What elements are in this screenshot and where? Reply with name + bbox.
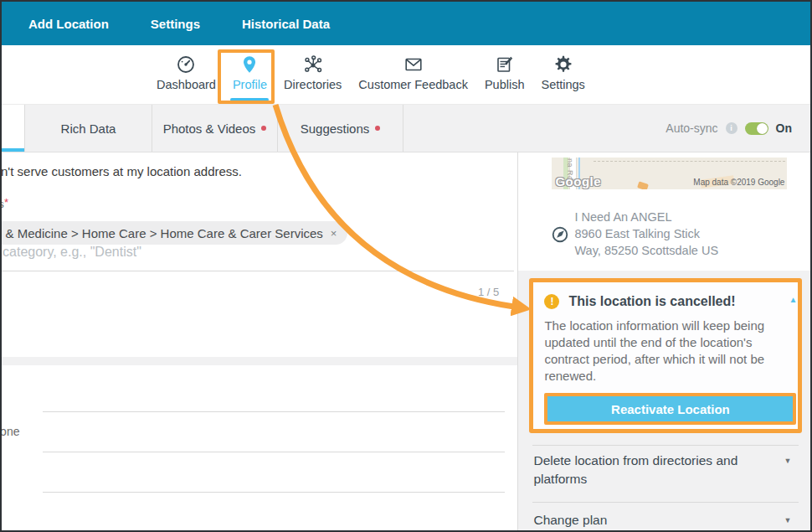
cancelled-location-panel: ! This location is cancelled! ▲ The loca…: [529, 278, 802, 433]
topbar-settings[interactable]: Settings: [151, 17, 200, 31]
divider: [532, 502, 799, 503]
nav-item-settings[interactable]: Settings: [541, 45, 584, 104]
category-counter: 1 / 5: [478, 286, 499, 298]
notification-dot: [261, 126, 266, 131]
collapse-arrow-icon[interactable]: ▲: [789, 295, 797, 304]
topbar-historical-data[interactable]: Historical Data: [242, 17, 330, 31]
map-poi-shape: [637, 181, 649, 189]
app-window: Add Location Settings Historical Data Da…: [0, 0, 812, 532]
nav-item-publish[interactable]: Publish: [485, 45, 525, 104]
google-map-thumbnail: na Rd Google Map data ©2019 Google: [552, 158, 787, 189]
phone-label: Phone: [2, 425, 19, 438]
google-logo[interactable]: Google: [555, 174, 601, 189]
topbar-add-location[interactable]: Add Location: [28, 17, 109, 31]
change-plan-row[interactable]: Change plan ▼: [533, 511, 798, 529]
nav-item-customer-feedback[interactable]: Customer Feedback: [358, 45, 468, 104]
cancelled-description: The location information will keep being…: [544, 318, 792, 385]
profile-form-column: I don't serve customers at my location a…: [2, 152, 517, 532]
input-underline: [2, 271, 514, 271]
auto-sync-state: On: [776, 121, 792, 135]
toggle-knob: [757, 123, 768, 134]
chevron-down-icon: ▼: [784, 457, 792, 465]
divider: [532, 445, 799, 446]
customer-feedback-icon: [403, 54, 424, 75]
required-asterisk: *: [4, 196, 8, 209]
compass-icon: [552, 226, 568, 243]
map-boundary-line: [594, 161, 785, 162]
auto-sync-toggle[interactable]: [745, 122, 768, 135]
location-address-line2: Way, 85250 Scottsdale US: [574, 242, 775, 259]
serve-customers-checkbox-label[interactable]: I don't serve customers at my location a…: [2, 164, 242, 178]
nav-label: Profile: [233, 78, 267, 91]
notification-dot: [375, 126, 380, 131]
auto-sync-control: Auto-sync i On: [666, 105, 792, 152]
nav-label: Publish: [485, 78, 525, 91]
dashboard-icon: [176, 54, 196, 75]
settings-gear-icon: [553, 54, 573, 75]
nav-item-directories[interactable]: Directories: [284, 45, 342, 104]
tab-suggestions[interactable]: Suggestions: [278, 105, 403, 152]
input-underline: [43, 452, 505, 452]
reactivate-highlight-box: Reactivate Location: [544, 393, 796, 425]
change-plan-label: Change plan: [533, 511, 769, 529]
location-map-card: na Rd Google Map data ©2019 Google I Nee…: [518, 152, 810, 271]
chip-remove-icon[interactable]: ×: [331, 227, 337, 240]
auto-sync-label: Auto-sync: [666, 121, 717, 135]
tab-photos-videos[interactable]: Photos & Videos: [152, 105, 278, 152]
location-name: I Need An ANGEL: [574, 209, 775, 225]
nav-label: Settings: [541, 78, 584, 91]
tab-label: Photos & Videos: [163, 121, 256, 136]
location-sidebar: na Rd Google Map data ©2019 Google I Nee…: [517, 152, 810, 532]
section-divider-band: [2, 357, 517, 365]
tab-label: Rich Data: [61, 121, 116, 136]
map-attribution: Map data ©2019 Google: [693, 178, 784, 187]
profile-pin-icon: [239, 54, 260, 75]
directories-icon: [303, 54, 323, 75]
nav-item-profile[interactable]: Profile: [233, 45, 267, 104]
delete-location-label: Delete location from directories and pla…: [533, 452, 769, 488]
category-chip-label: Health & Medicine > Home Care > Home Car…: [2, 226, 323, 240]
tab-rich-data[interactable]: Rich Data: [25, 105, 152, 152]
main-content: I don't serve customers at my location a…: [2, 152, 810, 532]
input-underline: [43, 492, 505, 493]
delete-location-row[interactable]: Delete location from directories and pla…: [533, 452, 798, 488]
active-tab-underline: [2, 148, 24, 152]
profile-tabs: Rich Data Photos & Videos Suggestions Au…: [2, 105, 810, 152]
warning-icon: !: [544, 294, 559, 309]
location-address-block: I Need An ANGEL 8960 East Talking Stick …: [574, 209, 775, 259]
nav-label: Customer Feedback: [358, 78, 468, 91]
location-address-line1: 8960 East Talking Stick: [574, 225, 775, 242]
input-underline: [43, 411, 505, 412]
top-navigation: Add Location Settings Historical Data: [2, 2, 810, 45]
publish-icon: [495, 54, 515, 75]
category-input[interactable]: [2, 240, 324, 265]
info-icon[interactable]: i: [726, 122, 737, 134]
active-tab-underline: [230, 98, 269, 101]
categories-label: Categories*: [2, 196, 8, 210]
nav-label: Directories: [284, 78, 342, 91]
tab-label: Suggestions: [301, 121, 370, 136]
nav-item-dashboard[interactable]: Dashboard: [157, 45, 216, 104]
nav-label: Dashboard: [157, 78, 216, 91]
cancelled-title: This location is cancelled!: [568, 294, 735, 309]
location-navigation: Dashboard Profile: [2, 45, 810, 105]
tab-active-partial[interactable]: [2, 105, 25, 152]
reactivate-location-button[interactable]: Reactivate Location: [547, 396, 793, 421]
chevron-down-icon: ▼: [784, 516, 792, 524]
